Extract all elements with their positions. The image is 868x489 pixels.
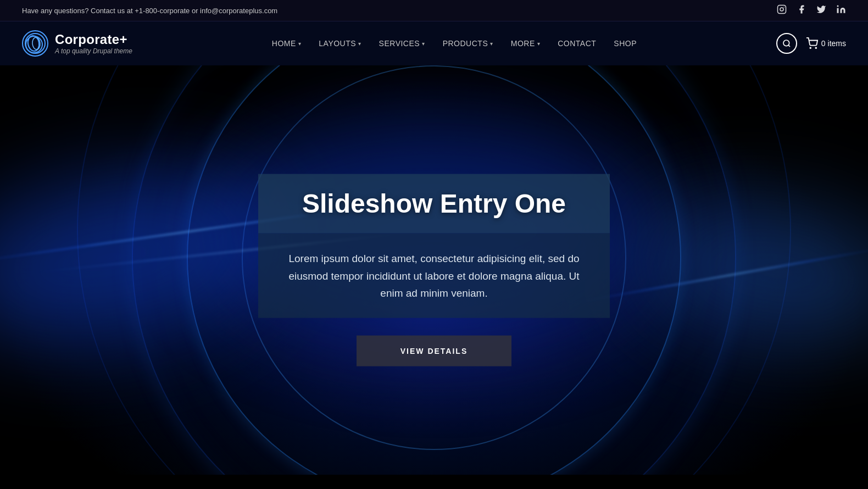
svg-point-2 bbox=[783, 7, 784, 8]
svg-point-11 bbox=[815, 47, 816, 48]
social-icons bbox=[777, 4, 846, 16]
nav-services[interactable]: SERVICES ▾ bbox=[371, 35, 433, 52]
view-details-button[interactable]: VIEW DETAILS bbox=[357, 336, 512, 366]
logo-name: Corporate+ bbox=[55, 32, 132, 47]
slide-description: Lorem ipsum dolor sit amet, consectetur … bbox=[286, 250, 582, 302]
svg-point-10 bbox=[810, 47, 811, 48]
nav-layouts[interactable]: LAYOUTS ▾ bbox=[311, 35, 369, 52]
svg-line-9 bbox=[788, 45, 790, 47]
svg-point-6 bbox=[27, 35, 41, 52]
slide-desc-box: Lorem ipsum dolor sit amet, consectetur … bbox=[258, 234, 610, 318]
chevron-down-icon: ▾ bbox=[298, 41, 302, 47]
cart-button[interactable]: 0 items bbox=[806, 37, 846, 49]
logo-tagline: A top quality Drupal theme bbox=[55, 47, 132, 55]
nav-right: 0 items bbox=[776, 33, 846, 54]
chevron-down-icon: ▾ bbox=[490, 41, 493, 47]
instagram-icon[interactable] bbox=[777, 4, 787, 16]
nav-home[interactable]: HOME ▾ bbox=[264, 35, 309, 52]
cart-icon bbox=[806, 37, 818, 49]
nav-products[interactable]: PRODUCTS ▾ bbox=[435, 35, 501, 52]
svg-point-5 bbox=[25, 34, 45, 53]
svg-rect-0 bbox=[778, 5, 786, 14]
twitter-icon[interactable] bbox=[816, 4, 826, 16]
linkedin-icon[interactable] bbox=[836, 4, 846, 16]
logo-text: Corporate+ A top quality Drupal theme bbox=[55, 32, 132, 55]
svg-rect-3 bbox=[837, 8, 839, 13]
logo[interactable]: Corporate+ A top quality Drupal theme bbox=[22, 30, 132, 57]
svg-point-1 bbox=[780, 8, 783, 11]
nav-shop[interactable]: SHOP bbox=[606, 35, 644, 52]
top-bar: Have any questions? Contact us at +1-800… bbox=[0, 0, 868, 21]
svg-point-4 bbox=[837, 5, 839, 7]
slide-title: Slideshow Entry One bbox=[286, 189, 582, 218]
svg-point-7 bbox=[32, 37, 41, 49]
chevron-down-icon: ▾ bbox=[358, 41, 361, 47]
header: Corporate+ A top quality Drupal theme HO… bbox=[0, 21, 868, 65]
chevron-down-icon: ▾ bbox=[537, 41, 541, 47]
slide-title-box: Slideshow Entry One bbox=[258, 174, 610, 234]
main-nav: HOME ▾ LAYOUTS ▾ SERVICES ▾ PRODUCTS ▾ M… bbox=[264, 35, 644, 52]
facebook-icon[interactable] bbox=[797, 4, 806, 16]
nav-more[interactable]: MORE ▾ bbox=[503, 35, 548, 52]
hero-section: Slideshow Entry One Lorem ipsum dolor si… bbox=[0, 65, 868, 475]
search-button[interactable] bbox=[776, 33, 797, 54]
logo-icon bbox=[22, 30, 48, 57]
cart-count: 0 items bbox=[821, 39, 846, 48]
svg-point-8 bbox=[783, 40, 789, 46]
topbar-contact-text: Have any questions? Contact us at +1-800… bbox=[22, 7, 277, 15]
slide-content: Slideshow Entry One Lorem ipsum dolor si… bbox=[258, 174, 610, 366]
nav-contact[interactable]: CONTACT bbox=[550, 35, 604, 52]
chevron-down-icon: ▾ bbox=[422, 41, 425, 47]
